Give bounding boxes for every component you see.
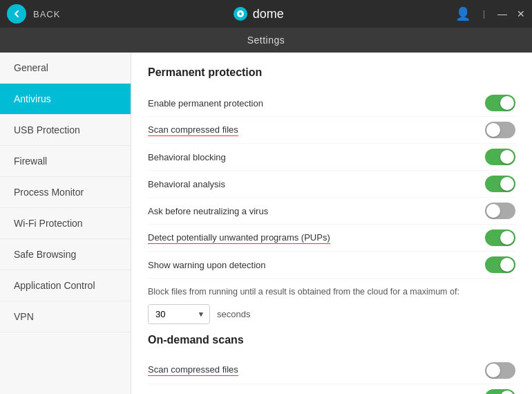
block-desc: Block files from running until a result …: [148, 285, 515, 299]
enable-permanent-toggle[interactable]: [485, 95, 515, 111]
setting-row-behavioral-analysis: Behavioral analysis: [148, 171, 515, 198]
svg-point-2: [239, 12, 242, 15]
setting-row-ask-neutralizing: Ask before neutralizing a virus: [148, 198, 515, 225]
sidebar-item-antivirus[interactable]: Antivirus: [0, 84, 131, 115]
show-warning-label: Show warning upon detection: [148, 260, 266, 270]
sidebar-item-general[interactable]: General: [0, 53, 131, 84]
back-label: BACK: [33, 9, 60, 19]
ask-neutralizing-label: Ask before neutralizing a virus: [148, 206, 268, 216]
sidebar-item-process-monitor[interactable]: Process Monitor: [0, 177, 131, 208]
setting-row-show-warning: Show warning upon detection: [148, 252, 515, 279]
behavioral-blocking-toggle[interactable]: [485, 149, 515, 165]
title-bar: BACK dome 👤 | — ✕: [0, 0, 532, 28]
sidebar: General Antivirus USB Protection Firewal…: [0, 53, 131, 394]
detect-pups-perm-toggle[interactable]: [485, 229, 515, 246]
scan-compressed-demand-label: Scan compressed files: [148, 364, 238, 376]
detect-pups-demand-toggle[interactable]: [485, 389, 515, 394]
title-bar-right: 👤 | — ✕: [455, 6, 525, 21]
setting-row-scan-compressed-demand: Scan compressed files: [148, 357, 515, 384]
logo: dome: [232, 6, 284, 22]
dropdown-wrapper: 30 60 90 120 ▼: [148, 304, 210, 324]
enable-permanent-label: Enable permanent protection: [148, 98, 263, 109]
setting-row-behavioral-blocking: Behavioral blocking: [148, 144, 515, 171]
permanent-protection-title: Permanent protection: [148, 66, 515, 79]
seconds-dropdown[interactable]: 30 60 90 120: [148, 304, 210, 324]
setting-row-detect-pups-demand: Detect potentially unwanted programs (PU…: [148, 384, 515, 394]
behavioral-analysis-label: Behavioral analysis: [148, 179, 225, 189]
setting-row-detect-pups-perm: Detect potentially unwanted programs (PU…: [148, 225, 515, 252]
ask-neutralizing-toggle[interactable]: [485, 203, 515, 219]
scan-compressed-demand-toggle[interactable]: [485, 362, 515, 379]
close-button[interactable]: ✕: [517, 8, 525, 19]
detect-pups-perm-label: Detect potentially unwanted programs (PU…: [148, 232, 330, 244]
sidebar-item-firewall[interactable]: Firewall: [0, 146, 131, 177]
title-bar-left: BACK: [7, 4, 60, 24]
user-icon[interactable]: 👤: [455, 6, 471, 21]
sidebar-item-application-control[interactable]: Application Control: [0, 270, 131, 301]
on-demand-title: On-demand scans: [148, 334, 515, 346]
sidebar-item-vpn[interactable]: VPN: [0, 301, 131, 332]
sidebar-item-safe-browsing[interactable]: Safe Browsing: [0, 239, 131, 270]
dropdown-row: 30 60 90 120 ▼ seconds: [148, 304, 515, 324]
setting-row-scan-compressed-perm: Scan compressed files: [148, 117, 515, 144]
settings-header: Settings: [0, 28, 532, 53]
back-button[interactable]: [7, 4, 26, 24]
scan-compressed-perm-toggle[interactable]: [485, 122, 515, 138]
behavioral-blocking-label: Behavioral blocking: [148, 152, 226, 162]
scan-compressed-perm-label: Scan compressed files: [148, 124, 238, 136]
main-layout: General Antivirus USB Protection Firewal…: [0, 53, 532, 394]
minimize-button[interactable]: —: [497, 8, 507, 19]
setting-row-enable-permanent: Enable permanent protection: [148, 90, 515, 117]
logo-icon: [232, 6, 249, 22]
show-warning-toggle[interactable]: [485, 256, 515, 273]
sidebar-item-usb-protection[interactable]: USB Protection: [0, 115, 131, 146]
dropdown-unit: seconds: [217, 309, 250, 319]
sidebar-item-wifi-protection[interactable]: Wi-Fi Protection: [0, 208, 131, 239]
content-area: Permanent protection Enable permanent pr…: [131, 53, 532, 394]
logo-text: dome: [253, 7, 284, 21]
settings-title: Settings: [247, 35, 285, 46]
behavioral-analysis-toggle[interactable]: [485, 176, 515, 192]
